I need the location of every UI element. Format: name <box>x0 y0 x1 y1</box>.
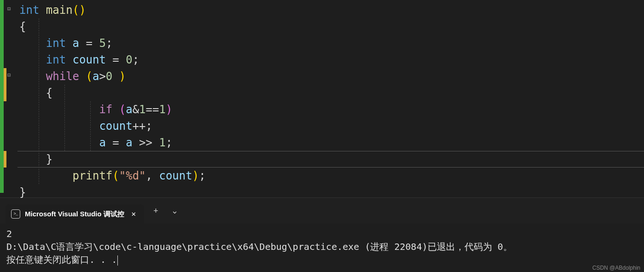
brace: { <box>46 87 52 99</box>
keyword: int <box>46 37 66 50</box>
punct: , <box>146 169 152 182</box>
terminal-icon <box>11 209 20 219</box>
new-tab-button[interactable]: + <box>153 206 158 216</box>
number: 0 <box>106 70 112 83</box>
code-content[interactable]: int main() { int a = 5; int count = 0; w… <box>17 0 644 197</box>
number: 1 <box>139 103 145 116</box>
punct: ; <box>146 120 152 133</box>
change-gutter-green <box>0 0 4 193</box>
terminal-panel: Microsoft Visual Studio 调试控 ✕ + ⌄ 2 D:\D… <box>0 197 644 272</box>
variable: a <box>126 103 132 116</box>
operator: = <box>112 136 119 149</box>
punct: ; <box>166 136 172 149</box>
operator: = <box>112 53 119 66</box>
variable: a <box>93 70 99 83</box>
code-line: } <box>17 184 644 201</box>
terminal-tab-bar: Microsoft Visual Studio 调试控 ✕ + ⌄ <box>0 198 644 224</box>
tab-dropdown-button[interactable]: ⌄ <box>171 206 178 216</box>
code-line: a = a >> 1; <box>17 134 644 151</box>
code-line: { <box>17 18 644 35</box>
paren: ( <box>119 103 126 116</box>
terminal-line: 2 <box>6 227 638 240</box>
code-line: } <box>17 151 644 168</box>
variable: count <box>159 169 192 182</box>
operator: >> <box>139 136 152 149</box>
keyword: while <box>46 70 79 83</box>
variable: a <box>126 136 132 149</box>
keyword: int <box>19 4 39 17</box>
operator: & <box>133 103 139 116</box>
punct: ; <box>106 37 112 50</box>
function-name: printf <box>73 169 113 182</box>
code-line: { <box>17 85 644 101</box>
punct: ; <box>133 53 139 66</box>
paren: ( <box>86 70 93 83</box>
terminal-output[interactable]: 2 D:\Data\C语言学习\code\c-language\practice… <box>0 224 644 270</box>
number: 5 <box>99 37 105 50</box>
paren: ) <box>166 103 172 116</box>
string: "%d" <box>119 169 146 182</box>
function-name: main <box>46 4 73 17</box>
variable: a <box>73 37 79 50</box>
code-editor[interactable]: ⊟ ⊟ int main() { int a = 5; int count = … <box>0 0 644 197</box>
punct: ; <box>199 169 205 182</box>
fold-toggle-icon[interactable]: ⊟ <box>7 72 11 78</box>
number: 1 <box>159 136 165 149</box>
paren: ) <box>119 70 126 83</box>
variable: count <box>73 53 106 66</box>
code-line: int count = 0; <box>17 52 644 68</box>
terminal-line: D:\Data\C语言学习\code\c-language\practice\x… <box>6 240 638 253</box>
operator: = <box>86 37 93 50</box>
terminal-line: 按任意键关闭此窗口. . . <box>6 253 638 266</box>
variable: count <box>99 120 132 133</box>
code-line: printf("%d", count); <box>17 168 644 184</box>
keyword: if <box>99 103 112 116</box>
brace: } <box>19 186 26 199</box>
close-tab-button[interactable]: ✕ <box>129 208 139 220</box>
tab-actions: + ⌄ <box>153 206 178 216</box>
paren: ) <box>192 169 199 182</box>
terminal-tab[interactable]: Microsoft Visual Studio 调试控 ✕ <box>6 204 144 224</box>
fold-gutter: ⊟ ⊟ <box>6 0 17 197</box>
variable: a <box>99 136 105 149</box>
terminal-text: 按任意键关闭此窗口. . . <box>6 254 117 265</box>
code-line: while (a>0 ) <box>17 68 644 85</box>
cursor-icon <box>117 255 118 266</box>
number: 1 <box>159 103 165 116</box>
operator: ++ <box>133 120 146 133</box>
code-line: int a = 5; <box>17 35 644 52</box>
code-line: if (a&1==1) <box>17 101 644 118</box>
code-line: count++; <box>17 118 644 134</box>
fold-toggle-icon[interactable]: ⊟ <box>7 6 11 12</box>
keyword: int <box>46 53 66 66</box>
watermark: CSDN @ABdolphin <box>592 265 640 271</box>
brace: } <box>46 153 52 166</box>
paren: ( <box>73 4 79 17</box>
operator: == <box>146 103 159 116</box>
paren: ( <box>112 169 119 182</box>
paren: ) <box>79 4 86 17</box>
number: 0 <box>126 53 132 66</box>
brace: { <box>19 20 26 33</box>
code-line: int main() <box>17 2 644 18</box>
tab-title: Microsoft Visual Studio 调试控 <box>25 210 124 219</box>
operator: > <box>99 70 105 83</box>
